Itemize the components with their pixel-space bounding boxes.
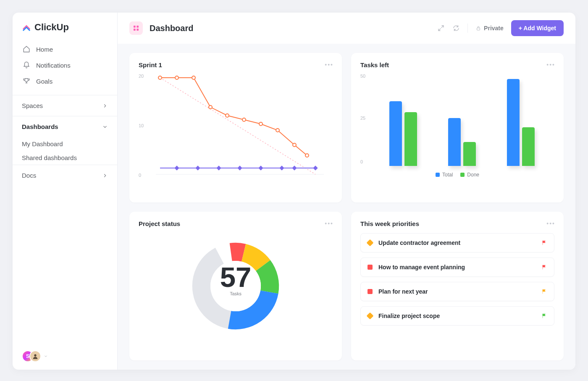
refresh-icon[interactable] xyxy=(452,24,460,32)
top-actions: Private + Add Widget xyxy=(437,20,564,36)
chevron-down-icon xyxy=(102,124,108,130)
widget-project-status: Project status ••• 57 Tasks xyxy=(129,212,342,360)
widget-grid: Sprint 1 ••• 20 10 0 xyxy=(118,44,575,370)
svg-point-9 xyxy=(175,76,178,79)
widget-sprint: Sprint 1 ••• 20 10 0 xyxy=(129,53,342,202)
section-docs: Docs xyxy=(13,165,117,186)
svg-point-17 xyxy=(305,154,309,157)
brand-name: ClickUp xyxy=(34,22,69,33)
section-dashboards: Dashboards My Dashboard Shared dashboard… xyxy=(13,116,117,165)
sidebar-item-shared-dashboards[interactable]: Shared dashboards xyxy=(13,151,117,165)
flag-icon xyxy=(541,264,547,270)
widget-priorities: This week priorities ••• Update contract… xyxy=(351,212,564,360)
bell-icon xyxy=(23,61,30,69)
spaces-toggle[interactable]: Spaces xyxy=(13,95,117,116)
widget-project-status-menu[interactable]: ••• xyxy=(325,220,333,227)
widget-sprint-title: Sprint 1 xyxy=(139,61,333,68)
legend-total: Total xyxy=(442,172,453,178)
svg-point-16 xyxy=(293,143,296,147)
priority-item-title: How to manage event planning xyxy=(378,264,536,271)
svg-rect-19 xyxy=(174,166,179,170)
topbar: Dashboard Private + Add Widget xyxy=(118,13,575,44)
svg-rect-23 xyxy=(258,166,263,170)
tasks-left-legend: Total Done xyxy=(360,172,554,178)
status-icon xyxy=(367,239,374,247)
svg-point-11 xyxy=(209,105,212,109)
nav-main: Home Notifications Goals xyxy=(13,39,117,95)
svg-rect-24 xyxy=(279,166,284,170)
brand-logo[interactable]: ClickUp xyxy=(13,13,117,39)
svg-rect-22 xyxy=(237,166,242,170)
divider xyxy=(467,24,468,33)
priority-item[interactable]: How to manage event planning xyxy=(360,258,554,277)
app-shell: ClickUp Home Notifications Goals Spaces xyxy=(13,13,575,370)
svg-line-7 xyxy=(160,78,315,174)
avatar-user xyxy=(29,350,41,362)
add-widget-button[interactable]: + Add Widget xyxy=(511,20,564,36)
widget-tasks-left: Tasks left ••• 50 25 0 Total Done xyxy=(351,53,564,202)
nav-goals[interactable]: Goals xyxy=(13,73,117,89)
donut-value: 57 xyxy=(220,261,252,293)
status-icon xyxy=(368,265,373,270)
widget-sprint-menu[interactable]: ••• xyxy=(325,61,333,68)
sidebar-footer[interactable]: S xyxy=(13,343,117,370)
chevron-down-icon xyxy=(44,354,48,358)
svg-point-15 xyxy=(276,129,279,132)
nav-goals-label: Goals xyxy=(36,78,52,85)
nav-notifications-label: Notifications xyxy=(36,62,71,69)
svg-rect-21 xyxy=(216,166,221,170)
dashboards-label: Dashboards xyxy=(22,123,58,130)
sidebar-item-my-dashboard[interactable]: My Dashboard xyxy=(13,137,117,151)
chevron-right-icon xyxy=(102,103,108,109)
widget-tasks-left-menu[interactable]: ••• xyxy=(546,61,555,68)
priority-item-title: Finalize project scope xyxy=(378,313,536,319)
priority-item[interactable]: Update contractor agreement xyxy=(360,233,554,252)
widget-project-status-title: Project status xyxy=(139,220,333,227)
svg-point-10 xyxy=(192,76,195,79)
svg-rect-25 xyxy=(292,166,297,170)
svg-point-0 xyxy=(34,354,36,356)
svg-rect-5 xyxy=(477,28,480,30)
widget-priorities-title: This week priorities xyxy=(360,220,554,227)
flag-icon xyxy=(541,240,547,246)
main: Dashboard Private + Add Widget Sprint 1 … xyxy=(118,13,575,370)
status-icon xyxy=(367,313,374,320)
priority-item-title: Plan for next year xyxy=(378,288,536,295)
flag-icon xyxy=(541,289,547,294)
dashboard-app-icon xyxy=(129,21,143,35)
spaces-label: Spaces xyxy=(22,102,43,109)
svg-rect-26 xyxy=(313,166,318,170)
svg-point-14 xyxy=(259,122,262,126)
priority-list: Update contractor agreementHow to manage… xyxy=(360,233,554,326)
svg-rect-3 xyxy=(134,29,136,31)
flag-icon xyxy=(541,313,547,319)
svg-rect-1 xyxy=(134,26,136,28)
page-title: Dashboard xyxy=(150,24,193,33)
svg-rect-4 xyxy=(136,29,139,31)
widget-tasks-left-title: Tasks left xyxy=(360,61,554,68)
widget-priorities-menu[interactable]: ••• xyxy=(546,220,555,227)
svg-point-8 xyxy=(158,76,162,79)
dashboards-toggle[interactable]: Dashboards xyxy=(13,116,117,137)
nav-home[interactable]: Home xyxy=(13,41,117,57)
nav-notifications[interactable]: Notifications xyxy=(13,57,117,73)
priority-item[interactable]: Finalize project scope xyxy=(360,306,554,326)
tasks-left-chart xyxy=(370,74,554,166)
status-icon xyxy=(368,289,373,294)
priority-item[interactable]: Plan for next year xyxy=(360,282,554,301)
docs-label: Docs xyxy=(22,172,36,179)
svg-point-12 xyxy=(226,114,229,117)
home-icon xyxy=(23,45,30,53)
privacy-toggle[interactable]: Private xyxy=(475,25,504,32)
donut-label: Tasks xyxy=(230,291,242,296)
lock-icon xyxy=(475,25,481,31)
privacy-label: Private xyxy=(484,25,504,32)
priority-item-title: Update contractor agreement xyxy=(378,239,536,246)
nav-home-label: Home xyxy=(36,46,53,53)
docs-toggle[interactable]: Docs xyxy=(13,165,117,186)
svg-rect-20 xyxy=(195,166,200,170)
svg-point-13 xyxy=(242,118,246,121)
expand-icon[interactable] xyxy=(437,24,445,32)
legend-done: Done xyxy=(467,172,479,178)
trophy-icon xyxy=(23,77,30,85)
